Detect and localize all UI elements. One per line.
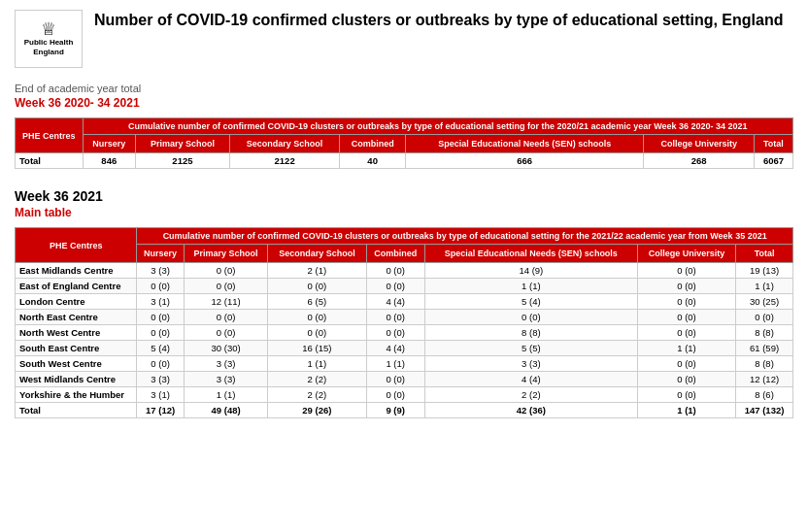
cell-value: 2 (2) (424, 387, 637, 403)
table-row: North East Centre0 (0)0 (0)0 (0)0 (0)0 (… (16, 310, 793, 325)
row-label: North East Centre (16, 310, 137, 325)
cell-value: 8 (8) (736, 325, 793, 341)
college-col-header: College University (644, 135, 754, 153)
section2-container: Week 36 2021 Main table PHE Centres Cumu… (15, 188, 793, 418)
cell-value: 16 (15) (268, 341, 366, 356)
cell-value: 42 (36) (424, 403, 637, 418)
cell-value: 2 (2) (268, 372, 366, 387)
cell-value: 0 (0) (268, 310, 366, 325)
row-label: East of England Centre (16, 279, 137, 294)
cell-value: 1 (1) (424, 279, 637, 294)
cell-value: 12 (11) (184, 294, 267, 310)
table-row: South East Centre5 (4)30 (30)16 (15)4 (4… (16, 341, 793, 356)
cell-value: 1 (1) (268, 356, 366, 372)
primary-col-header: Primary School (136, 135, 230, 153)
cell-value: 0 (0) (137, 310, 185, 325)
cell-value: 0 (0) (366, 279, 424, 294)
cell-value: 0 (0) (637, 387, 735, 403)
cell-value: 1 (1) (736, 279, 793, 294)
cell-value: 0 (0) (637, 356, 735, 372)
cell-value: 3 (3) (137, 263, 185, 279)
cell-value: 1 (1) (184, 387, 267, 403)
cell-value: 1 (1) (366, 356, 424, 372)
cell-value: 2122 (229, 153, 339, 169)
sen-col-header: Special Educational Needs (SEN) schools (405, 135, 644, 153)
row-label: Total (16, 403, 137, 418)
row-label: South East Centre (16, 341, 137, 356)
cell-value: 40 (340, 153, 406, 169)
cell-value: 3 (3) (184, 372, 267, 387)
cell-value: 30 (30) (184, 341, 267, 356)
cell-value: 3 (3) (137, 372, 185, 387)
cell-value: 0 (0) (366, 310, 424, 325)
phe-centres-header-2: PHE Centres (16, 228, 137, 263)
cell-value: 4 (4) (424, 372, 637, 387)
cell-value: 0 (0) (637, 372, 735, 387)
cell-value: 4 (4) (366, 341, 424, 356)
cell-value: 0 (0) (366, 387, 424, 403)
row-label: South West Centre (16, 356, 137, 372)
table-row: East of England Centre0 (0)0 (0)0 (0)0 (… (16, 279, 793, 294)
total-col-header-2: Total (736, 245, 793, 263)
cell-value: 268 (644, 153, 754, 169)
cumulative-header-1: Cumulative number of confirmed COVID-19 … (83, 118, 792, 135)
cell-value: 0 (0) (366, 372, 424, 387)
cell-value: 17 (12) (137, 403, 185, 418)
cell-value: 19 (13) (736, 263, 793, 279)
cumulative-header-2: Cumulative number of confirmed COVID-19 … (137, 228, 793, 245)
cell-value: 8 (8) (736, 356, 793, 372)
nursery-col-header-2: Nursery (137, 245, 185, 263)
cell-value: 0 (0) (137, 325, 185, 341)
row-label: Yorkshire & the Humber (16, 387, 137, 403)
crown-icon: ♕ (41, 20, 56, 38)
table-row: Yorkshire & the Humber3 (1)1 (1)2 (2)0 (… (16, 387, 793, 403)
cell-value: 0 (0) (268, 325, 366, 341)
phe-logo: ♕ Public Health England (15, 10, 83, 68)
section2-subtitle: Main table (15, 206, 793, 219)
cell-value: 5 (4) (424, 294, 637, 310)
cell-value: 0 (0) (637, 310, 735, 325)
cell-value: 0 (0) (137, 356, 185, 372)
section1-week: Week 36 2020- 34 2021 (15, 96, 793, 110)
cell-value: 666 (405, 153, 644, 169)
secondary-col-header: Secondary School (229, 135, 339, 153)
cell-value: 3 (1) (137, 294, 185, 310)
row-label: London Centre (16, 294, 137, 310)
cell-value: 0 (0) (637, 263, 735, 279)
cell-value: 0 (0) (637, 279, 735, 294)
row-label: East Midlands Centre (16, 263, 137, 279)
combined-col-header: Combined (340, 135, 406, 153)
cell-value: 846 (83, 153, 135, 169)
cell-value: 0 (0) (424, 310, 637, 325)
section2-title: Week 36 2021 (15, 188, 793, 204)
cell-value: 4 (4) (366, 294, 424, 310)
cell-value: 49 (48) (184, 403, 267, 418)
phe-centres-header: PHE Centres (16, 118, 84, 153)
cell-value: 12 (12) (736, 372, 793, 387)
cell-value: 6067 (754, 153, 792, 169)
page-title: Number of COVID-19 confirmed clusters or… (94, 10, 793, 31)
cell-value: 30 (25) (736, 294, 793, 310)
table-row: South West Centre0 (0)3 (3)1 (1)1 (1)3 (… (16, 356, 793, 372)
college-col-header-2: College University (637, 245, 735, 263)
cell-value: 14 (9) (424, 263, 637, 279)
cell-value: 0 (0) (366, 325, 424, 341)
cell-value: 8 (8) (424, 325, 637, 341)
cell-value: 0 (0) (736, 310, 793, 325)
total-col-header: Total (754, 135, 792, 153)
secondary-col-header-2: Secondary School (268, 245, 366, 263)
row-label: West Midlands Centre (16, 372, 137, 387)
table-row: Total84621252122406662686067 (16, 153, 793, 169)
table-row: London Centre3 (1)12 (11)6 (5)4 (4)5 (4)… (16, 294, 793, 310)
row-label: North West Centre (16, 325, 137, 341)
cell-value: 0 (0) (366, 263, 424, 279)
cell-value: 2 (1) (268, 263, 366, 279)
row-label: Total (16, 153, 84, 169)
page-header: ♕ Public Health England Number of COVID-… (15, 10, 793, 68)
table-row: West Midlands Centre3 (3)3 (3)2 (2)0 (0)… (16, 372, 793, 387)
cell-value: 2125 (136, 153, 230, 169)
cell-value: 2 (2) (268, 387, 366, 403)
table-row: North West Centre0 (0)0 (0)0 (0)0 (0)8 (… (16, 325, 793, 341)
cell-value: 0 (0) (184, 279, 267, 294)
cell-value: 6 (5) (268, 294, 366, 310)
